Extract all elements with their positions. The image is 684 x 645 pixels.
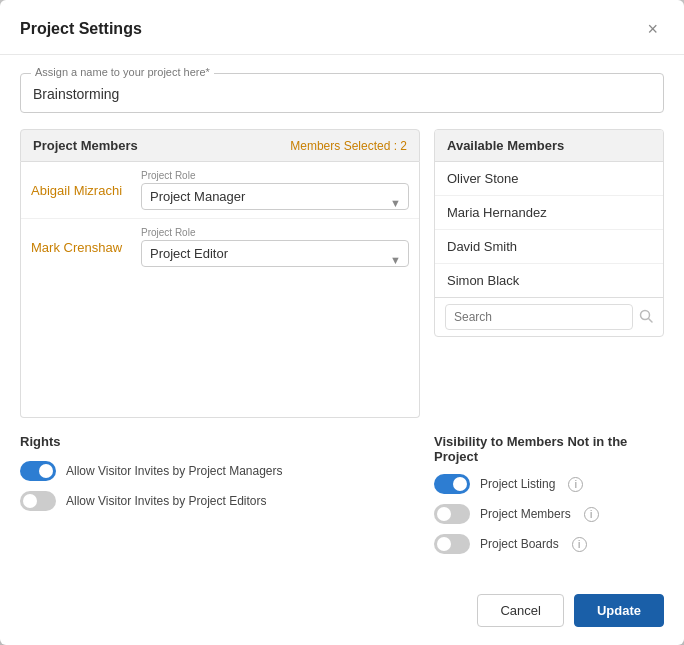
project-settings-dialog: Project Settings × Assign a name to your… [0, 0, 684, 645]
rights-title: Rights [20, 434, 420, 449]
available-members-title: Available Members [447, 138, 564, 153]
toggle-project-boards[interactable] [434, 534, 470, 554]
dialog-header: Project Settings × [0, 0, 684, 55]
project-members-title: Project Members [33, 138, 138, 153]
close-button[interactable]: × [641, 18, 664, 40]
search-input[interactable] [445, 304, 633, 330]
visibility-members-row: Project Members i [434, 504, 664, 524]
role-select-mark[interactable]: Project Manager Project Editor Viewer [141, 240, 409, 267]
member-name-abigail: Abigail Mizrachi [31, 183, 131, 198]
toggle-visitor-managers[interactable] [20, 461, 56, 481]
available-panel-container: Available Members Oliver Stone Maria Her… [434, 129, 664, 337]
info-icon-listing[interactable]: i [568, 477, 583, 492]
table-row: Abigail Mizrachi Project Role Project Ma… [21, 162, 419, 219]
project-name-input[interactable] [33, 86, 651, 102]
toggle-row-editors: Allow Visitor Invites by Project Editors [20, 491, 420, 511]
info-icon-members[interactable]: i [584, 507, 599, 522]
role-select-wrap-abigail: Project Role Project Manager Project Edi… [141, 170, 409, 210]
available-members-header: Available Members [435, 130, 663, 162]
toggle-label-managers: Allow Visitor Invites by Project Manager… [66, 464, 283, 478]
list-item[interactable]: David Smith [435, 230, 663, 264]
role-label-abigail: Project Role [141, 170, 409, 181]
svg-line-1 [649, 318, 653, 322]
update-button[interactable]: Update [574, 594, 664, 627]
project-members-header: Project Members Members Selected : 2 [20, 129, 420, 162]
visibility-listing-label: Project Listing [480, 477, 555, 491]
dialog-footer: Cancel Update [0, 582, 684, 645]
dialog-body: Assign a name to your project here* Proj… [0, 55, 684, 582]
members-section: Project Members Members Selected : 2 Abi… [20, 129, 664, 418]
list-item[interactable]: Oliver Stone [435, 162, 663, 196]
search-icon [639, 309, 653, 326]
role-select-abigail[interactable]: Project Manager Project Editor Viewer [141, 183, 409, 210]
role-select-wrap-mark: Project Role Project Manager Project Edi… [141, 227, 409, 267]
toggle-project-members[interactable] [434, 504, 470, 524]
list-item[interactable]: Simon Black [435, 264, 663, 297]
list-item[interactable]: Maria Hernandez [435, 196, 663, 230]
toggle-row-managers: Allow Visitor Invites by Project Manager… [20, 461, 420, 481]
project-members-list: Abigail Mizrachi Project Role Project Ma… [20, 162, 420, 418]
search-wrap [435, 297, 663, 336]
toggle-visitor-editors[interactable] [20, 491, 56, 511]
member-name-mark: Mark Crenshaw [31, 240, 131, 255]
members-selected-badge: Members Selected : 2 [290, 139, 407, 153]
bottom-section: Rights Allow Visitor Invites by Project … [20, 434, 664, 564]
visibility-listing-row: Project Listing i [434, 474, 664, 494]
available-members-panel: Available Members Oliver Stone Maria Her… [434, 129, 664, 418]
available-members-list: Oliver Stone Maria Hernandez David Smith… [435, 162, 663, 297]
visibility-members-label: Project Members [480, 507, 571, 521]
visibility-boards-label: Project Boards [480, 537, 559, 551]
visibility-title: Visibility to Members Not in the Project [434, 434, 664, 464]
visibility-boards-row: Project Boards i [434, 534, 664, 554]
project-name-field: Assign a name to your project here* [20, 73, 664, 113]
role-label-mark: Project Role [141, 227, 409, 238]
toggle-label-editors: Allow Visitor Invites by Project Editors [66, 494, 267, 508]
project-members-panel: Project Members Members Selected : 2 Abi… [20, 129, 420, 418]
dialog-title: Project Settings [20, 20, 142, 38]
info-icon-boards[interactable]: i [572, 537, 587, 552]
visibility-section: Visibility to Members Not in the Project… [434, 434, 664, 564]
rights-section: Rights Allow Visitor Invites by Project … [20, 434, 420, 564]
table-row: Mark Crenshaw Project Role Project Manag… [21, 219, 419, 275]
cancel-button[interactable]: Cancel [477, 594, 563, 627]
project-name-label: Assign a name to your project here* [31, 66, 214, 78]
toggle-project-listing[interactable] [434, 474, 470, 494]
